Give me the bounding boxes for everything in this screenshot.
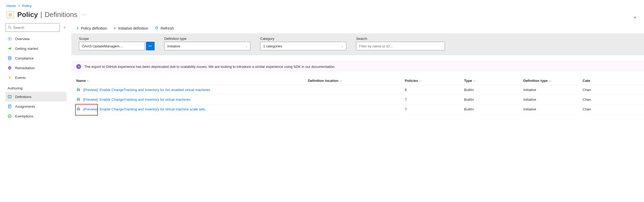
- compliance-icon: [8, 56, 12, 60]
- sidebar-item-label: Events: [15, 76, 26, 80]
- plus-icon: +: [76, 26, 79, 31]
- svg-point-17: [78, 99, 79, 100]
- sidebar-item-getting-started[interactable]: Getting started: [5, 44, 67, 53]
- sidebar-item-exemptions[interactable]: Exemptions: [5, 111, 67, 121]
- definitions-table: Name↑↓ Definition location↑↓ Policies↑↓ …: [71, 72, 644, 114]
- chevron-right-icon: >: [18, 4, 20, 8]
- definition-name-link[interactable]: [Preview]: Enable ChangeTracking and Inv…: [83, 107, 205, 111]
- toolbar-label: Initiative definition: [118, 26, 148, 30]
- sort-icon: ↑↓: [473, 79, 476, 82]
- breadcrumb-policy[interactable]: Policy: [22, 4, 32, 8]
- close-button[interactable]: ×: [633, 15, 636, 20]
- svg-rect-8: [8, 95, 11, 98]
- scope-label: Scope: [79, 37, 155, 41]
- sidebar-item-overview[interactable]: Overview: [5, 34, 67, 44]
- sort-icon: ↑↓: [339, 79, 342, 82]
- breadcrumb: Home > Policy: [0, 0, 644, 9]
- toolbar-label: Policy definition: [81, 26, 107, 30]
- svg-point-5: [9, 38, 10, 39]
- sidebar-search[interactable]: [5, 23, 60, 32]
- cell-policies: 6: [405, 85, 464, 95]
- sidebar-item-definitions[interactable]: Definitions: [5, 92, 67, 102]
- page-title-sub: Definitions: [45, 11, 77, 19]
- initiative-icon: [76, 97, 81, 102]
- col-header-policies[interactable]: Policies↑↓: [405, 76, 464, 85]
- definitions-icon: [8, 95, 12, 99]
- filter-search-input[interactable]: [356, 42, 445, 50]
- page-title-main: Policy: [17, 11, 38, 19]
- sidebar-item-events[interactable]: Events: [5, 73, 67, 82]
- refresh-button[interactable]: Refresh: [155, 26, 174, 31]
- definition-name-link[interactable]: [Preview]: Enable ChangeTracking and Inv…: [83, 97, 190, 102]
- col-header-location[interactable]: Definition location↑↓: [308, 76, 405, 85]
- sidebar-search-input[interactable]: [13, 26, 57, 30]
- deprecation-notice: The export to GitHub experience has been…: [71, 61, 644, 72]
- col-header-category[interactable]: Cate: [583, 76, 644, 85]
- breadcrumb-home[interactable]: Home: [6, 4, 16, 8]
- cell-location: [308, 85, 405, 95]
- initiative-icon: [76, 107, 81, 112]
- sidebar-item-assignments[interactable]: Assignments: [5, 102, 67, 111]
- sort-icon: ↑↓: [87, 79, 90, 82]
- cell-type: BuiltIn: [464, 105, 523, 114]
- cell-category: Chan: [583, 85, 644, 95]
- svg-point-9: [9, 96, 10, 97]
- sidebar-item-label: Assignments: [15, 105, 35, 109]
- scope-picker-button[interactable]: •••: [146, 42, 155, 50]
- cell-deftype: Initiative: [523, 85, 583, 95]
- chevron-down-icon: ⌄: [341, 45, 343, 48]
- exemptions-icon: [8, 114, 12, 118]
- col-header-deftype[interactable]: Definition type↑↓: [523, 76, 583, 85]
- svg-rect-13: [77, 88, 79, 89]
- policy-definition-button[interactable]: + Policy definition: [76, 26, 107, 31]
- cell-type: BuiltIn: [464, 85, 523, 95]
- svg-rect-16: [77, 97, 79, 99]
- category-label: Category: [260, 37, 346, 41]
- svg-point-14: [78, 90, 79, 90]
- scope-value-box: OAAS-UpdateManagem…: [79, 42, 145, 50]
- assignments-icon: [8, 104, 12, 109]
- policy-blade-icon: [6, 11, 14, 19]
- definition-type-dropdown[interactable]: Initiative ⌄: [164, 42, 250, 50]
- sidebar-item-label: Overview: [15, 37, 30, 41]
- svg-point-20: [78, 109, 79, 110]
- svg-point-0: [9, 13, 12, 16]
- sort-icon: ↑↓: [419, 79, 422, 82]
- sidebar-item-remediation[interactable]: Remediation: [5, 63, 67, 73]
- table-row[interactable]: [Preview]: Enable ChangeTracking and Inv…: [76, 95, 644, 105]
- cell-deftype: Initiative: [523, 95, 583, 105]
- dropdown-value: Initiative: [167, 44, 180, 48]
- sidebar: « Overview Getting started Compliance Re…: [0, 23, 69, 121]
- cell-deftype: Initiative: [523, 105, 583, 114]
- content-area: + Policy definition + Initiative definit…: [69, 23, 644, 121]
- search-icon: [8, 26, 12, 29]
- dropdown-value: 1 categories: [263, 44, 282, 48]
- col-header-type[interactable]: Type↑↓: [464, 76, 523, 85]
- definition-name-link[interactable]: [Preview]: Enable ChangeTracking and Inv…: [83, 88, 210, 92]
- events-icon: [8, 75, 12, 80]
- sidebar-item-label: Compliance: [15, 56, 34, 60]
- sidebar-section-authoring: Authoring: [5, 82, 67, 92]
- category-dropdown[interactable]: 1 categories ⌄: [260, 42, 346, 50]
- collapse-sidebar-button[interactable]: «: [62, 25, 67, 30]
- getting-started-icon: [8, 46, 12, 51]
- initiative-definition-button[interactable]: + Initiative definition: [114, 26, 148, 31]
- cell-category: Chan: [583, 105, 644, 114]
- cell-location: [308, 105, 405, 114]
- initiative-icon: [76, 87, 81, 92]
- toolbar-label: Refresh: [161, 26, 174, 30]
- sidebar-item-label: Getting started: [15, 47, 38, 51]
- cell-category: Chan: [583, 95, 644, 105]
- page-title: Policy | Definitions: [17, 11, 77, 19]
- sidebar-item-label: Exemptions: [15, 114, 33, 118]
- cell-policies: 7: [405, 95, 464, 105]
- svg-point-1: [10, 14, 11, 15]
- svg-rect-10: [8, 105, 11, 108]
- remediation-icon: [8, 66, 12, 70]
- col-header-name[interactable]: Name↑↓: [76, 76, 308, 85]
- table-row[interactable]: [Preview]: Enable ChangeTracking and Inv…: [76, 105, 644, 114]
- table-row[interactable]: [Preview]: Enable ChangeTracking and Inv…: [76, 85, 644, 95]
- sidebar-item-compliance[interactable]: Compliance: [5, 53, 67, 63]
- more-actions-button[interactable]: ···: [82, 12, 86, 17]
- page-header: Policy | Definitions ··· ×: [0, 9, 644, 23]
